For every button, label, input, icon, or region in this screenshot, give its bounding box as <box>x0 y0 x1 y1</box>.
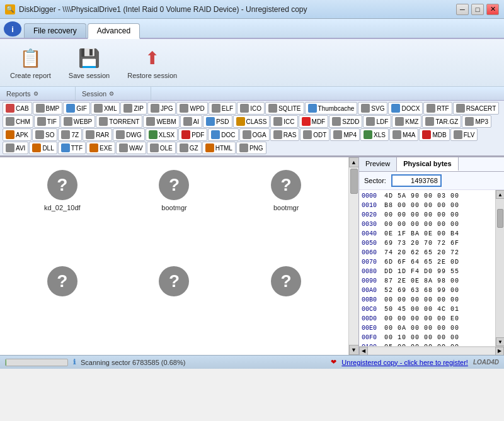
filetype-webm[interactable]: WEBM <box>143 115 179 128</box>
filetype-mp4[interactable]: MP4 <box>330 128 360 141</box>
filetype-gif[interactable]: GIF <box>63 102 90 115</box>
preview-tab[interactable]: Preview <box>359 157 397 171</box>
filetype-7z[interactable]: 7Z <box>58 128 82 141</box>
filetype-rar[interactable]: RAR <box>83 128 112 141</box>
filetype-kmz[interactable]: KMZ <box>392 115 421 128</box>
filetype-zip[interactable]: ZIP <box>120 102 147 115</box>
tab-advanced[interactable]: Advanced <box>88 23 140 39</box>
file-grid: ?kd_02_10df?bootmgr?bootmgr??? <box>0 157 348 355</box>
grid-scrollbar[interactable]: ▲ ▼ <box>348 157 358 355</box>
file-unknown-icon: ? <box>271 266 301 296</box>
minimize-button[interactable]: ─ <box>456 4 469 15</box>
filetype-apk[interactable]: APK <box>3 128 32 141</box>
filetype-dwg[interactable]: DWG <box>113 128 144 141</box>
sector-input[interactable] <box>391 174 442 187</box>
filetype-tif[interactable]: TIF <box>34 115 60 128</box>
maximize-button[interactable]: □ <box>471 4 484 15</box>
file-item[interactable]: ? <box>6 260 118 349</box>
file-item[interactable]: ? <box>230 260 342 349</box>
close-button[interactable]: ✕ <box>486 4 499 15</box>
save-session-button[interactable]: 💾 Save session <box>65 43 113 82</box>
session-expand-icon[interactable]: ⚙ <box>109 91 114 97</box>
filetype-bar: CABBMPGIFXMLZIPJPGWPDELFICOSQLITEThumbca… <box>0 101 504 157</box>
status-bar: ℹ Scanning sector 6783585 (0.68%) ❤ Unre… <box>0 355 504 369</box>
filetype-png[interactable]: PNG <box>236 142 266 154</box>
filetype-chm[interactable]: CHM <box>3 115 33 128</box>
filetype-m4a[interactable]: M4A <box>389 128 419 141</box>
filetype-wpd[interactable]: WPD <box>176 102 207 115</box>
filetype-doc[interactable]: DOC <box>208 128 238 141</box>
filetype-svg[interactable]: SVG <box>358 102 387 115</box>
filetype-psd[interactable]: PSD <box>203 115 232 128</box>
create-report-button[interactable]: 📋 Create report <box>6 43 55 82</box>
filetype-webp[interactable]: WEBP <box>60 115 95 128</box>
hex-hscroll-right[interactable]: ▶ <box>495 347 504 356</box>
create-report-icon: 📋 <box>18 45 43 70</box>
file-item[interactable]: ?bootmgr <box>230 164 342 260</box>
loadpd-logo: LOAD4D <box>473 359 499 366</box>
hex-scroll-down[interactable]: ▼ <box>496 337 504 346</box>
filetype-cab[interactable]: CAB <box>3 102 32 115</box>
filetype-elf[interactable]: ELF <box>209 102 236 115</box>
filetype-mp3[interactable]: MP3 <box>462 115 491 128</box>
hex-hscroll[interactable]: ◀ ▶ <box>359 346 504 355</box>
restore-session-label: Restore session <box>127 72 177 80</box>
filetype-ldf[interactable]: LDF <box>363 115 391 128</box>
filetype-html[interactable]: HTML <box>202 142 236 154</box>
hex-scrollbar[interactable]: ▲ ▼ <box>495 190 504 346</box>
filetype-szdd[interactable]: SZDD <box>329 115 362 128</box>
filetype-thumbcache[interactable]: Thumbcache <box>305 102 358 115</box>
scroll-thumb[interactable] <box>350 169 358 194</box>
filetype-ai[interactable]: AI <box>180 115 202 128</box>
filetype-wav[interactable]: WAV <box>116 142 146 154</box>
scroll-up-button[interactable]: ▲ <box>349 157 359 167</box>
filetype-targz[interactable]: TAR.GZ <box>422 115 461 128</box>
file-item[interactable]: ? <box>118 260 231 349</box>
hex-scroll-thumb[interactable] <box>497 209 503 228</box>
physical-bytes-tab[interactable]: Physical bytes <box>397 157 458 171</box>
filetype-oga[interactable]: OGA <box>239 128 270 141</box>
filetype-ttf[interactable]: TTF <box>58 142 86 154</box>
unregistered-link[interactable]: Unregistered copy - click here to regist… <box>341 359 468 366</box>
filetype-bmp[interactable]: BMP <box>33 102 63 115</box>
filetype-avi[interactable]: AVI <box>3 142 28 154</box>
file-item[interactable]: ?kd_02_10df <box>6 164 118 260</box>
sector-row: Sector: <box>359 172 504 190</box>
filetype-so[interactable]: SO <box>32 128 57 141</box>
tab-file-recovery[interactable]: File recovery <box>24 23 86 38</box>
filetype-icc[interactable]: ICC <box>270 115 297 128</box>
hex-view: 00004D 5A 90 00 03 000010B8 00 00 00 00 … <box>359 190 495 346</box>
filetype-exe[interactable]: EXE <box>86 142 115 154</box>
filetype-rsacert[interactable]: RSACERT <box>453 102 500 115</box>
filetype-xml[interactable]: XML <box>91 102 120 115</box>
filetype-docx[interactable]: DOCX <box>388 102 423 115</box>
filetype-xls[interactable]: XLS <box>360 128 389 141</box>
info-button[interactable]: i <box>4 21 21 36</box>
filetype-ole[interactable]: OLE <box>147 142 176 154</box>
filetype-ras[interactable]: RAS <box>270 128 300 141</box>
filetype-dll[interactable]: DLL <box>29 142 57 154</box>
file-unknown-icon: ? <box>159 170 189 200</box>
hex-scroll-up[interactable]: ▲ <box>496 190 504 199</box>
filetype-sqlite[interactable]: SQLITE <box>265 102 304 115</box>
filetype-ico[interactable]: ICO <box>237 102 265 115</box>
toolbar: 📋 Create report 💾 Save session ⬆ Restore… <box>0 39 504 87</box>
filetype-mdb[interactable]: MDB <box>419 128 449 141</box>
filetype-mdf[interactable]: MDF <box>299 115 329 128</box>
filetype-flv[interactable]: FLV <box>450 128 478 141</box>
filetype-rtf[interactable]: RTF <box>423 102 452 115</box>
file-item[interactable]: ?bootmgr <box>118 164 231 260</box>
filetype-class[interactable]: CLASS <box>233 115 270 128</box>
filetype-jpg[interactable]: JPG <box>147 102 176 115</box>
filetype-odt[interactable]: ODT <box>300 128 329 141</box>
hex-row: 00D000 00 00 00 00 E0 <box>362 314 493 323</box>
filetype-pdf[interactable]: PDF <box>178 128 207 141</box>
restore-session-button[interactable]: ⬆ Restore session <box>123 43 181 82</box>
reports-expand-icon[interactable]: ⚙ <box>33 91 38 97</box>
scroll-down-button[interactable]: ▼ <box>349 345 359 355</box>
filetype-gz[interactable]: GZ <box>176 142 202 154</box>
filetype-torrent[interactable]: TORRENT <box>96 115 142 128</box>
hex-hscroll-left[interactable]: ◀ <box>359 347 368 356</box>
filetype-xlsx[interactable]: XLSX <box>146 128 178 141</box>
hex-row: 00706D 6F 64 65 2E 0D <box>362 257 493 267</box>
